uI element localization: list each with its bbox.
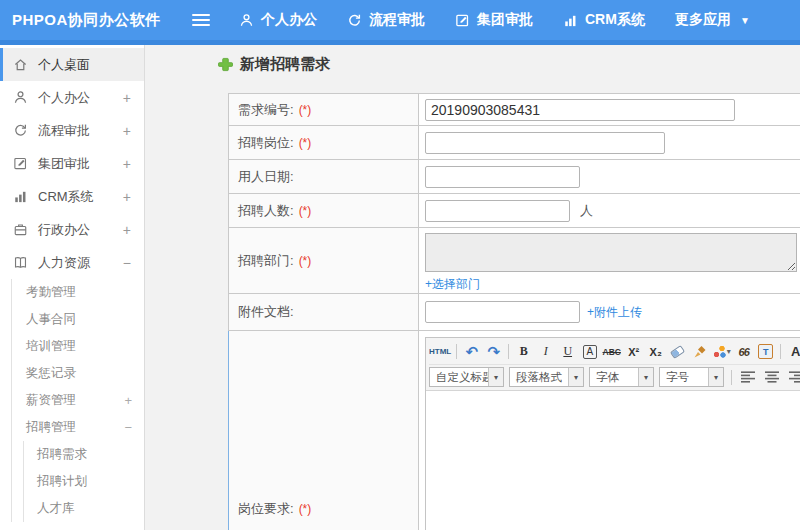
align-left-button[interactable] [739, 368, 758, 387]
recruitment-form: 需求编号:(*) 招聘岗位:(*) 用人日期: 招聘人数:(*) 人 招聘部门:… [228, 93, 800, 530]
align-right-button[interactable] [787, 368, 800, 387]
form-row-position: 招聘岗位:(*) [228, 126, 800, 160]
nav-personal-office[interactable]: 个人办公 [224, 0, 332, 40]
form-row-requirement: 岗位要求:(*) HTML ↶ ↷ B I U A [228, 331, 800, 530]
form-row-department: 招聘部门:(*) +选择部门 [228, 228, 800, 294]
sidebar-item-attendance[interactable]: 考勤管理 [12, 279, 144, 306]
editor-toolbar-row-1: HTML ↶ ↷ B I U A ABC X² X₂ [429, 339, 800, 364]
italic-button[interactable]: I [536, 342, 555, 361]
add-plus-icon [218, 57, 233, 72]
sidebar-item-hr-contract[interactable]: 人事合同 [12, 306, 144, 333]
bold-button[interactable]: B [514, 342, 533, 361]
expand-icon: + [123, 222, 131, 238]
superscript-button[interactable]: X² [624, 342, 643, 361]
custom-title-select[interactable]: 自定义标题▾ [429, 367, 504, 387]
person-icon [239, 13, 254, 28]
caret-down-icon: ▾ [708, 368, 723, 386]
sidebar-item-salary[interactable]: 薪资管理+ [12, 387, 144, 414]
edit-square-icon [455, 13, 470, 28]
caret-down-icon: ▾ [568, 368, 583, 386]
sidebar-item-process-approval[interactable]: 流程审批 + [0, 114, 144, 147]
subscript-button[interactable]: X₂ [646, 342, 665, 361]
expand-icon: + [123, 90, 131, 106]
sidebar-item-human-resources[interactable]: 人力资源 − [0, 246, 144, 279]
caret-down-icon: ▾ [488, 368, 503, 386]
underline-button[interactable]: U [558, 342, 577, 361]
toolbar-separator [731, 370, 732, 385]
palette-icon [713, 345, 726, 358]
collapse-icon: − [123, 255, 131, 271]
headcount-input[interactable] [425, 200, 570, 222]
headcount-unit: 人 [580, 202, 593, 220]
redo-button[interactable]: ↷ [484, 342, 503, 361]
nav-more-apps[interactable]: 更多应用 ▼ [660, 0, 765, 40]
brush-icon [693, 345, 707, 359]
hamburger-menu-icon[interactable] [192, 14, 210, 26]
format-brush-button[interactable] [690, 342, 709, 361]
required-marker: (*) [299, 136, 312, 150]
autotype-button[interactable]: A [583, 345, 597, 359]
sidebar-item-training[interactable]: 培训管理 [12, 333, 144, 360]
toolbar-separator [780, 344, 781, 359]
form-row-headcount: 招聘人数:(*) 人 [228, 194, 800, 228]
sidebar-item-recruit-request[interactable]: 招聘需求 [24, 441, 144, 468]
sidebar-item-recruit-plan[interactable]: 招聘计划 [24, 468, 144, 495]
field-label: 招聘部门: [238, 252, 294, 270]
briefcase-icon [13, 222, 29, 238]
strikethrough-button[interactable]: ABC [602, 342, 621, 361]
field-label: 用人日期: [238, 168, 294, 186]
html-source-button[interactable]: HTML [429, 342, 451, 361]
bar-chart-icon [563, 13, 578, 28]
sidebar-item-group-approval[interactable]: 集团审批 + [0, 147, 144, 180]
nav-process-approval[interactable]: 流程审批 [332, 0, 440, 40]
expand-icon: + [124, 393, 132, 408]
editor-toolbar: HTML ↶ ↷ B I U A ABC X² X₂ [426, 338, 800, 391]
person-icon [13, 90, 29, 106]
process-icon [13, 123, 29, 139]
sidebar-item-personal-desktop[interactable]: 个人桌面 [0, 48, 144, 81]
department-textarea[interactable] [425, 233, 797, 272]
paste-button[interactable]: T [756, 342, 775, 361]
blockquote-button[interactable]: 66 [734, 342, 753, 361]
sidebar-item-recruit-mgmt[interactable]: 招聘管理− [12, 414, 144, 441]
undo-button[interactable]: ↶ [462, 342, 481, 361]
sidebar-item-admin-office[interactable]: 行政办公 + [0, 213, 144, 246]
nav-group-approval[interactable]: 集团审批 [440, 0, 548, 40]
required-marker: (*) [299, 204, 312, 218]
nav-crm-system[interactable]: CRM系统 [548, 0, 660, 40]
recruit-submenu: 招聘需求 招聘计划 人才库 [23, 441, 144, 522]
collapse-icon: − [124, 420, 132, 435]
rich-text-editor: HTML ↶ ↷ B I U A ABC X² X₂ [425, 337, 800, 530]
eraser-button[interactable] [668, 342, 687, 361]
align-center-button[interactable] [763, 368, 782, 387]
required-marker: (*) [299, 103, 312, 117]
paragraph-format-select[interactable]: 段落格式▾ [509, 367, 584, 387]
position-input[interactable] [425, 132, 665, 154]
attachment-input[interactable] [425, 301, 580, 323]
eraser-icon [670, 344, 685, 358]
sidebar-item-crm-system[interactable]: CRM系统 + [0, 180, 144, 213]
caret-down-icon: ▼ [740, 15, 750, 26]
toolbar-separator [456, 344, 457, 359]
font-size-select[interactable]: 字号▾ [659, 367, 724, 387]
highlight-color-button[interactable]: ▾ [712, 342, 731, 361]
field-label: 附件文档: [238, 303, 294, 321]
main-content: 新增招聘需求 需求编号:(*) 招聘岗位:(*) 用人日期: 招聘人数:(*) … [146, 45, 800, 530]
font-family-select[interactable]: 字体▾ [589, 367, 654, 387]
required-marker: (*) [299, 502, 312, 516]
bar-chart-icon [13, 189, 29, 205]
editor-content-area[interactable] [426, 391, 800, 530]
field-label: 招聘岗位: [238, 134, 294, 152]
sidebar-item-personal-office[interactable]: 个人办公 + [0, 81, 144, 114]
top-nav: 个人办公 流程审批 集团审批 CRM系统 更多应用 ▼ [224, 0, 765, 40]
date-input[interactable] [425, 166, 580, 188]
select-department-link[interactable]: +选择部门 [425, 276, 480, 293]
hr-submenu: 考勤管理 人事合同 培训管理 奖惩记录 薪资管理+ 招聘管理− 招聘需求 招聘计… [11, 279, 144, 522]
sidebar-item-talent-pool[interactable]: 人才库 [24, 495, 144, 522]
font-color-button[interactable]: A [786, 342, 800, 361]
home-icon [13, 57, 29, 73]
request-no-input[interactable] [425, 99, 735, 121]
sidebar-item-rewards[interactable]: 奖惩记录 [12, 360, 144, 387]
process-icon [347, 13, 362, 28]
attachment-upload-link[interactable]: +附件上传 [587, 304, 642, 321]
